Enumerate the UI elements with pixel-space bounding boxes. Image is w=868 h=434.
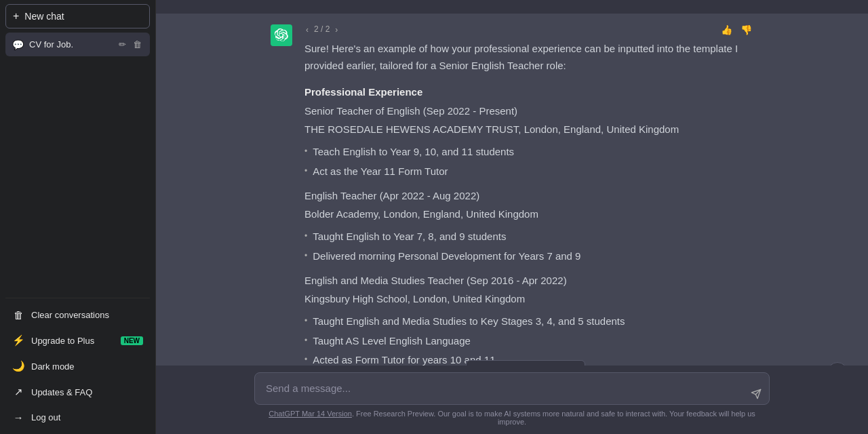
sidebar-item-updates-faq[interactable]: ↗ Updates & FAQ xyxy=(5,379,150,405)
job-entry-2: English Teacher (Apr 2022 - Aug 2022) Bo… xyxy=(304,188,753,264)
bullet-item: • Taught AS Level English Language xyxy=(304,333,753,350)
logout-label: Log out xyxy=(31,412,60,422)
footer: ChatGPT Mar 14 Version. Free Research Pr… xyxy=(254,407,770,431)
thumbs-up-button[interactable]: 👍 xyxy=(719,23,734,37)
message-content: ‹ 2 / 2 › 👍 👎 Sure! Here's an example of… xyxy=(304,23,753,366)
job-title-3: English and Media Studies Teacher (Sep 2… xyxy=(304,273,753,290)
thumbs-down-button[interactable]: 👎 xyxy=(739,23,753,37)
lightning-icon: ⚡ xyxy=(12,334,24,347)
professional-experience-section: Professional Experience Senior Teacher o… xyxy=(304,84,753,366)
bullet-dot: • xyxy=(304,145,307,159)
bullet-dot: • xyxy=(304,230,307,243)
job-entry-1: Senior Teacher of English (Sep 2022 - Pr… xyxy=(304,103,753,180)
new-chat-label: New chat xyxy=(24,11,64,22)
new-badge: NEW xyxy=(121,336,143,345)
bullet-item: • Delivered morning Personal Development… xyxy=(304,248,753,265)
prev-page-button[interactable]: ‹ xyxy=(304,24,310,36)
bullet-item: • Act as the Year 11 Form Tutor xyxy=(304,163,753,180)
bullet-dot: • xyxy=(304,315,307,328)
logout-icon: → xyxy=(12,412,24,423)
chat-area: ‹ 2 / 2 › 👍 👎 Sure! Here's an example of… xyxy=(156,0,868,366)
sidebar-item-logout[interactable]: → Log out xyxy=(5,405,150,430)
job-bullets-1: • Teach English to Year 9, 10, and 11 st… xyxy=(304,144,753,180)
pagination: ‹ 2 / 2 › xyxy=(304,23,339,37)
job-bullets-2: • Taught English to Year 7, 8, and 9 stu… xyxy=(304,229,753,265)
conversation-title: CV for Job. xyxy=(29,39,73,50)
job-org-2: Bolder Academy, London, England, United … xyxy=(304,206,753,223)
bullet-item: • Taught English to Year 7, 8, and 9 stu… xyxy=(304,229,753,245)
bullet-item: • Taught English and Media Studies to Ke… xyxy=(304,313,753,330)
message-header-row: ‹ 2 / 2 › 👍 👎 xyxy=(304,23,753,37)
footer-text: . Free Research Preview. Our goal is to … xyxy=(352,410,755,426)
edit-conversation-button[interactable]: ✏ xyxy=(117,38,127,51)
job-entry-3: English and Media Studies Teacher (Sep 2… xyxy=(304,273,753,365)
job-org-3: Kingsbury High School, London, United Ki… xyxy=(304,291,753,308)
send-icon xyxy=(751,389,762,399)
bullet-dot: • xyxy=(304,353,307,365)
job-title-1: Senior Teacher of English (Sep 2022 - Pr… xyxy=(304,103,753,120)
send-button[interactable] xyxy=(751,389,762,399)
delete-conversation-button[interactable]: 🗑 xyxy=(132,38,143,51)
section-title: Professional Experience xyxy=(304,84,753,101)
updates-faq-label: Updates & FAQ xyxy=(31,387,92,397)
chat-input[interactable] xyxy=(254,372,770,406)
sidebar-bottom: 🗑 Clear conversations ⚡ Upgrade to Plus … xyxy=(5,298,150,430)
message-actions: 👍 👎 xyxy=(719,23,753,37)
trash-icon: 🗑 xyxy=(12,309,24,321)
message-intro: Sure! Here's an example of how your prof… xyxy=(304,41,753,75)
conversation-list: 💬 CV for Job. ✏ 🗑 xyxy=(5,33,150,295)
external-link-icon: ↗ xyxy=(12,386,24,398)
moon-icon: 🌙 xyxy=(12,360,24,372)
job-title-2: English Teacher (Apr 2022 - Aug 2022) xyxy=(304,188,753,205)
input-area: ChatGPT Mar 14 Version. Free Research Pr… xyxy=(156,366,868,435)
job-bullets-3: • Taught English and Media Studies to Ke… xyxy=(304,313,753,366)
conversation-actions: ✏ 🗑 xyxy=(117,38,143,51)
new-chat-button[interactable]: + New chat xyxy=(5,4,150,28)
upgrade-label: Upgrade to Plus xyxy=(31,336,94,346)
bullet-dot: • xyxy=(304,250,307,263)
footer-version-link[interactable]: ChatGPT Mar 14 Version xyxy=(269,410,352,418)
chat-icon: 💬 xyxy=(12,39,24,50)
page-indicator: 2 / 2 xyxy=(314,23,330,37)
avatar-gpt xyxy=(271,24,292,46)
sidebar-item-upgrade[interactable]: ⚡ Upgrade to Plus NEW xyxy=(5,328,150,353)
input-wrapper xyxy=(254,372,770,408)
main-content: ‹ 2 / 2 › 👍 👎 Sure! Here's an example of… xyxy=(156,0,868,434)
sidebar-item-dark-mode[interactable]: 🌙 Dark mode xyxy=(5,353,150,379)
sidebar: + New chat 💬 CV for Job. ✏ 🗑 🗑 Clear con… xyxy=(0,0,156,434)
dark-mode-label: Dark mode xyxy=(31,361,75,372)
bullet-dot: • xyxy=(304,334,307,348)
clear-conversations-label: Clear conversations xyxy=(31,310,109,320)
job-org-1: THE ROSEDALE HEWENS ACADEMY TRUST, Londo… xyxy=(304,121,753,138)
bullet-dot: • xyxy=(304,165,307,178)
message-row-assistant: ‹ 2 / 2 › 👍 👎 Sure! Here's an example of… xyxy=(156,14,868,366)
next-page-button[interactable]: › xyxy=(334,24,339,36)
plus-icon: + xyxy=(13,10,19,22)
conversation-item[interactable]: 💬 CV for Job. ✏ 🗑 xyxy=(5,33,150,56)
sidebar-item-clear-conversations[interactable]: 🗑 Clear conversations xyxy=(5,302,150,328)
bullet-item: • Teach English to Year 9, 10, and 11 st… xyxy=(304,144,753,161)
